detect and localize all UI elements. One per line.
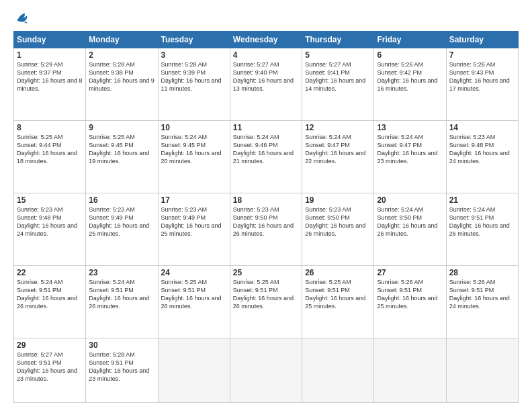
day-number: 17 <box>161 195 227 205</box>
day-info: Sunrise: 5:26 AMSunset: 9:43 PMDaylight:… <box>449 60 515 93</box>
day-info: Sunrise: 5:23 AMSunset: 9:48 PMDaylight:… <box>17 205 83 238</box>
day-number: 28 <box>449 268 515 277</box>
day-info: Sunrise: 5:23 AMSunset: 9:49 PMDaylight:… <box>161 205 227 238</box>
calendar-cell <box>158 338 230 403</box>
day-number: 13 <box>377 123 443 132</box>
day-number: 14 <box>449 123 515 132</box>
calendar-cell: 29Sunrise: 5:27 AMSunset: 9:51 PMDayligh… <box>14 338 86 403</box>
day-info: Sunrise: 5:26 AMSunset: 9:51 PMDaylight:… <box>377 278 443 311</box>
day-info: Sunrise: 5:26 AMSunset: 9:42 PMDaylight:… <box>377 60 443 93</box>
day-header-tuesday: Tuesday <box>158 32 230 48</box>
day-info: Sunrise: 5:27 AMSunset: 9:51 PMDaylight:… <box>17 351 83 383</box>
calendar-cell <box>302 338 374 403</box>
day-info: Sunrise: 5:24 AMSunset: 9:47 PMDaylight:… <box>377 133 443 166</box>
calendar-cell: 15Sunrise: 5:23 AMSunset: 9:48 PMDayligh… <box>14 193 86 266</box>
day-info: Sunrise: 5:28 AMSunset: 9:39 PMDaylight:… <box>161 60 227 93</box>
day-number: 3 <box>161 50 227 60</box>
logo-icon <box>15 11 30 26</box>
calendar-cell: 11Sunrise: 5:24 AMSunset: 9:46 PMDayligh… <box>230 121 302 193</box>
day-number: 19 <box>305 195 371 205</box>
day-info: Sunrise: 5:23 AMSunset: 9:50 PMDaylight:… <box>233 205 299 238</box>
day-number: 20 <box>377 195 443 205</box>
day-info: Sunrise: 5:28 AMSunset: 9:38 PMDaylight:… <box>89 60 154 93</box>
calendar-cell: 9Sunrise: 5:25 AMSunset: 9:45 PMDaylight… <box>86 121 158 193</box>
calendar-cell <box>446 338 518 403</box>
day-info: Sunrise: 5:25 AMSunset: 9:45 PMDaylight:… <box>89 133 154 166</box>
day-info: Sunrise: 5:24 AMSunset: 9:46 PMDaylight:… <box>233 133 299 166</box>
day-number: 11 <box>233 123 299 132</box>
day-number: 7 <box>449 50 515 60</box>
day-number: 27 <box>377 268 443 277</box>
day-info: Sunrise: 5:26 AMSunset: 9:51 PMDaylight:… <box>449 278 515 311</box>
day-header-wednesday: Wednesday <box>230 32 302 48</box>
day-number: 29 <box>17 340 83 350</box>
day-info: Sunrise: 5:24 AMSunset: 9:47 PMDaylight:… <box>305 133 371 166</box>
page: SundayMondayTuesdayWednesdayThursdayFrid… <box>0 0 532 411</box>
day-number: 9 <box>89 123 154 132</box>
day-info: Sunrise: 5:24 AMSunset: 9:51 PMDaylight:… <box>89 278 154 311</box>
day-number: 30 <box>89 340 154 350</box>
day-number: 16 <box>89 195 154 205</box>
day-info: Sunrise: 5:27 AMSunset: 9:41 PMDaylight:… <box>305 60 371 93</box>
day-header-thursday: Thursday <box>302 32 374 48</box>
day-info: Sunrise: 5:25 AMSunset: 9:51 PMDaylight:… <box>233 278 299 311</box>
logo <box>13 12 30 26</box>
day-number: 26 <box>305 268 371 277</box>
calendar-cell: 10Sunrise: 5:24 AMSunset: 9:45 PMDayligh… <box>158 121 230 193</box>
calendar-cell: 2Sunrise: 5:28 AMSunset: 9:38 PMDaylight… <box>86 48 158 121</box>
calendar-cell: 20Sunrise: 5:24 AMSunset: 9:50 PMDayligh… <box>374 193 446 266</box>
calendar-cell: 30Sunrise: 5:28 AMSunset: 9:51 PMDayligh… <box>86 338 158 403</box>
calendar-week-5: 29Sunrise: 5:27 AMSunset: 9:51 PMDayligh… <box>14 338 519 403</box>
day-number: 10 <box>161 123 227 132</box>
day-number: 21 <box>449 195 515 205</box>
calendar-cell: 22Sunrise: 5:24 AMSunset: 9:51 PMDayligh… <box>14 266 86 338</box>
day-number: 18 <box>233 195 299 205</box>
calendar-cell: 14Sunrise: 5:23 AMSunset: 9:48 PMDayligh… <box>446 121 518 193</box>
calendar-cell: 1Sunrise: 5:29 AMSunset: 9:37 PMDaylight… <box>14 48 86 121</box>
day-number: 4 <box>233 50 299 60</box>
calendar-table: SundayMondayTuesdayWednesdayThursdayFrid… <box>13 31 519 403</box>
calendar-cell: 5Sunrise: 5:27 AMSunset: 9:41 PMDaylight… <box>302 48 374 121</box>
calendar-cell: 21Sunrise: 5:24 AMSunset: 9:51 PMDayligh… <box>446 193 518 266</box>
day-header-saturday: Saturday <box>446 32 518 48</box>
day-number: 15 <box>17 195 83 205</box>
day-number: 12 <box>305 123 371 132</box>
day-number: 8 <box>17 123 83 132</box>
day-info: Sunrise: 5:28 AMSunset: 9:51 PMDaylight:… <box>89 351 154 383</box>
day-info: Sunrise: 5:23 AMSunset: 9:48 PMDaylight:… <box>449 133 515 166</box>
calendar-cell: 19Sunrise: 5:23 AMSunset: 9:50 PMDayligh… <box>302 193 374 266</box>
calendar-cell: 7Sunrise: 5:26 AMSunset: 9:43 PMDaylight… <box>446 48 518 121</box>
header <box>13 12 519 26</box>
calendar-cell: 23Sunrise: 5:24 AMSunset: 9:51 PMDayligh… <box>86 266 158 338</box>
day-number: 23 <box>89 268 154 277</box>
day-number: 6 <box>377 50 443 60</box>
day-header-friday: Friday <box>374 32 446 48</box>
calendar-week-4: 22Sunrise: 5:24 AMSunset: 9:51 PMDayligh… <box>14 266 519 338</box>
day-number: 1 <box>17 50 83 60</box>
calendar-cell: 27Sunrise: 5:26 AMSunset: 9:51 PMDayligh… <box>374 266 446 338</box>
calendar-cell: 28Sunrise: 5:26 AMSunset: 9:51 PMDayligh… <box>446 266 518 338</box>
calendar-cell: 18Sunrise: 5:23 AMSunset: 9:50 PMDayligh… <box>230 193 302 266</box>
calendar-header-row: SundayMondayTuesdayWednesdayThursdayFrid… <box>14 32 519 48</box>
day-number: 5 <box>305 50 371 60</box>
day-number: 2 <box>89 50 154 60</box>
day-info: Sunrise: 5:23 AMSunset: 9:49 PMDaylight:… <box>89 205 154 238</box>
day-number: 22 <box>17 268 83 277</box>
calendar-cell: 4Sunrise: 5:27 AMSunset: 9:40 PMDaylight… <box>230 48 302 121</box>
day-info: Sunrise: 5:23 AMSunset: 9:50 PMDaylight:… <box>305 205 371 238</box>
calendar-cell <box>374 338 446 403</box>
calendar-cell <box>230 338 302 403</box>
day-info: Sunrise: 5:24 AMSunset: 9:51 PMDaylight:… <box>17 278 83 311</box>
day-info: Sunrise: 5:24 AMSunset: 9:51 PMDaylight:… <box>449 205 515 238</box>
calendar-cell: 3Sunrise: 5:28 AMSunset: 9:39 PMDaylight… <box>158 48 230 121</box>
day-info: Sunrise: 5:29 AMSunset: 9:37 PMDaylight:… <box>17 60 83 93</box>
day-info: Sunrise: 5:24 AMSunset: 9:50 PMDaylight:… <box>377 205 443 238</box>
calendar-cell: 8Sunrise: 5:25 AMSunset: 9:44 PMDaylight… <box>14 121 86 193</box>
calendar-cell: 6Sunrise: 5:26 AMSunset: 9:42 PMDaylight… <box>374 48 446 121</box>
calendar-week-3: 15Sunrise: 5:23 AMSunset: 9:48 PMDayligh… <box>14 193 519 266</box>
calendar-week-1: 1Sunrise: 5:29 AMSunset: 9:37 PMDaylight… <box>14 48 519 121</box>
calendar-body: 1Sunrise: 5:29 AMSunset: 9:37 PMDaylight… <box>14 48 519 403</box>
calendar-cell: 17Sunrise: 5:23 AMSunset: 9:49 PMDayligh… <box>158 193 230 266</box>
calendar-cell: 25Sunrise: 5:25 AMSunset: 9:51 PMDayligh… <box>230 266 302 338</box>
calendar-cell: 24Sunrise: 5:25 AMSunset: 9:51 PMDayligh… <box>158 266 230 338</box>
